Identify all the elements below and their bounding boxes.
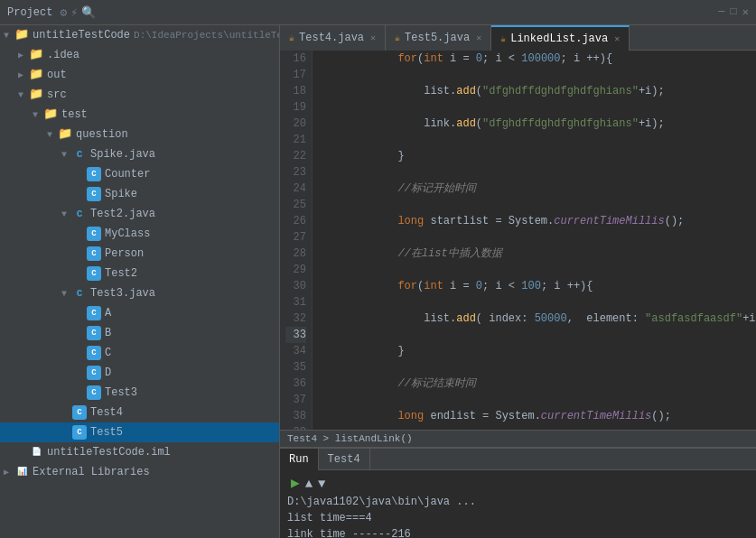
sidebar-label-root: untitleTestCode	[33, 29, 130, 42]
folder-icon-src: 📁	[29, 88, 43, 102]
tab-linkedlist[interactable]: ☕ LinkedList.java ✕	[491, 25, 630, 51]
output-line-1: D:\java1102\java\bin\java ...	[287, 494, 749, 510]
tab-icon-linkedlist: ☕	[500, 33, 506, 44]
arrow-extlibs: ▶	[4, 467, 14, 478]
tab-label-test5: Test5.java	[405, 32, 470, 44]
run-controls: ▶ ▲ ▼	[287, 474, 749, 494]
sidebar-label-person: Person	[105, 247, 144, 260]
arrow-question: ▼	[47, 130, 58, 140]
sidebar-label-spike: Spike	[105, 188, 137, 200]
sidebar-item-person[interactable]: C Person	[0, 244, 279, 264]
class-icon-b: C	[87, 326, 101, 340]
bottom-tab-test4[interactable]: Test4	[319, 449, 370, 470]
sidebar-label-test4: Test4	[90, 406, 123, 419]
sidebar-item-test2[interactable]: C Test2	[0, 264, 279, 283]
sidebar-item-test[interactable]: ▼ 📁 test	[0, 105, 279, 125]
sidebar-item-test5[interactable]: C Test5	[0, 422, 279, 442]
output-line-2: list time===4	[287, 510, 749, 526]
output-line-3: link time ------216	[287, 526, 749, 538]
sidebar-item-test4[interactable]: C Test4	[0, 403, 279, 422]
maximize-icon[interactable]: □	[731, 5, 737, 19]
class-icon-person: C	[87, 246, 101, 261]
tabs-bar: ☕ Test4.java ✕ ☕ Test5.java ✕ ☕ LinkedLi…	[280, 25, 756, 51]
settings-icon[interactable]: ⚙	[60, 5, 67, 20]
minimize-icon[interactable]: —	[718, 5, 724, 19]
sidebar-label-out: out	[47, 69, 67, 81]
sidebar-item-iml[interactable]: 📄 untitleTestCode.iml	[0, 442, 279, 462]
sidebar-label-question: question	[76, 128, 128, 141]
search-icon[interactable]: 🔍	[81, 5, 96, 20]
sidebar-label-b: B	[105, 327, 111, 339]
sidebar-item-c[interactable]: C C	[0, 343, 279, 363]
arrow-test: ▼	[33, 110, 43, 120]
sidebar-item-extlibs[interactable]: ▶ 📊 External Libraries	[0, 462, 279, 482]
tab-test4[interactable]: ☕ Test4.java ✕	[280, 25, 386, 51]
sidebar-label-spikejava: Spike.java	[90, 148, 155, 161]
run-icon[interactable]: ⚡	[70, 5, 78, 20]
sidebar-label-src: src	[47, 88, 67, 101]
project-sidebar: ▼ 📁 untitleTestCode D:\IdeaProjects\unti…	[0, 25, 280, 538]
sidebar-item-a[interactable]: C A	[0, 303, 279, 323]
sidebar-item-src[interactable]: ▼ 📁 src	[0, 85, 279, 105]
sidebar-item-test2java[interactable]: ▼ C Test2.java	[0, 204, 279, 224]
sidebar-item-d[interactable]: C D	[0, 363, 279, 383]
top-bar: Project ⚙ ⚡ 🔍 — □ ✕	[0, 0, 756, 25]
sidebar-label-test2: Test2	[105, 267, 137, 280]
sidebar-label-test2java: Test2.java	[90, 208, 155, 220]
sidebar-label-d: D	[105, 366, 111, 379]
scroll-down-button[interactable]: ▼	[318, 476, 325, 492]
tab-test5[interactable]: ☕ Test5.java ✕	[386, 25, 491, 51]
sidebar-item-spike[interactable]: C Spike	[0, 184, 279, 204]
tab-close-test5[interactable]: ✕	[476, 32, 481, 43]
output-text-2: list time===4	[287, 510, 372, 526]
tab-label-test4: Test4.java	[299, 32, 364, 44]
close-icon[interactable]: ✕	[742, 5, 749, 19]
sidebar-item-test3[interactable]: C Test3	[0, 383, 279, 403]
arrow-root: ▼	[4, 31, 14, 41]
arrow-test3java: ▼	[61, 289, 72, 299]
code-editor[interactable]: 16171819 20212223 24252627 28293031 3233…	[280, 51, 756, 430]
sidebar-path-root: D:\IdeaProjects\untitleTest	[134, 30, 280, 41]
sidebar-item-question[interactable]: ▼ 📁 question	[0, 125, 279, 144]
libs-icon: 📊	[14, 465, 29, 479]
sidebar-label-idea: .idea	[47, 49, 79, 61]
sidebar-item-root[interactable]: ▼ 📁 untitleTestCode D:\IdeaProjects\unti…	[0, 25, 279, 45]
arrow-test2java: ▼	[61, 209, 72, 219]
editor-area: ☕ Test4.java ✕ ☕ Test5.java ✕ ☕ LinkedLi…	[280, 25, 756, 538]
sidebar-label-test5: Test5	[90, 426, 123, 439]
sidebar-item-myclass[interactable]: C MyClass	[0, 224, 279, 244]
breadcrumb-text: Test4 > listAndLink()	[287, 433, 413, 444]
folder-icon-test: 📁	[43, 107, 58, 122]
bottom-tab-run[interactable]: Run	[280, 449, 319, 470]
breadcrumb: Test4 > listAndLink()	[280, 430, 756, 448]
arrow-src: ▼	[18, 90, 29, 100]
sidebar-label-counter: Counter	[105, 168, 150, 181]
sidebar-item-test3java[interactable]: ▼ C Test3.java	[0, 283, 279, 303]
scroll-up-button[interactable]: ▲	[305, 476, 313, 492]
class-icon-test4: C	[72, 405, 87, 420]
class-icon-test5: C	[72, 425, 87, 440]
code-content[interactable]: for(int i = 0; i < 100000; i ++){ list.a…	[313, 51, 756, 430]
bottom-panel: Run Test4 ▶ ▲ ▼ D:\java1102\java\bin\jav…	[280, 448, 756, 538]
sidebar-label-c: C	[105, 347, 111, 359]
sidebar-item-out[interactable]: ▶ 📁 out	[0, 65, 279, 85]
class-icon-a: C	[87, 306, 101, 320]
bottom-tabs: Run Test4	[280, 449, 756, 470]
sidebar-item-b[interactable]: C B	[0, 323, 279, 343]
folder-icon-idea: 📁	[29, 48, 43, 62]
sidebar-label-iml: untitleTestCode.iml	[47, 446, 171, 459]
output-text-1: D:\java1102\java\bin\java ...	[287, 494, 476, 510]
sidebar-item-spikejava[interactable]: ▼ C Spike.java	[0, 144, 279, 164]
play-button[interactable]: ▶	[291, 476, 300, 492]
arrow-spikejava: ▼	[61, 150, 72, 160]
folder-icon-question: 📁	[58, 127, 72, 142]
tab-close-linkedlist[interactable]: ✕	[614, 33, 620, 44]
sidebar-item-counter[interactable]: C Counter	[0, 164, 279, 184]
sidebar-item-idea[interactable]: ▶ 📁 .idea	[0, 45, 279, 65]
bottom-content: ▶ ▲ ▼ D:\java1102\java\bin\java ... list…	[280, 470, 756, 538]
sidebar-label-test3java: Test3.java	[90, 287, 155, 300]
class-icon-c: C	[87, 346, 101, 360]
class-icon-counter: C	[87, 167, 101, 181]
sidebar-label-extlibs: External Libraries	[33, 466, 150, 478]
tab-close-test4[interactable]: ✕	[370, 32, 376, 43]
